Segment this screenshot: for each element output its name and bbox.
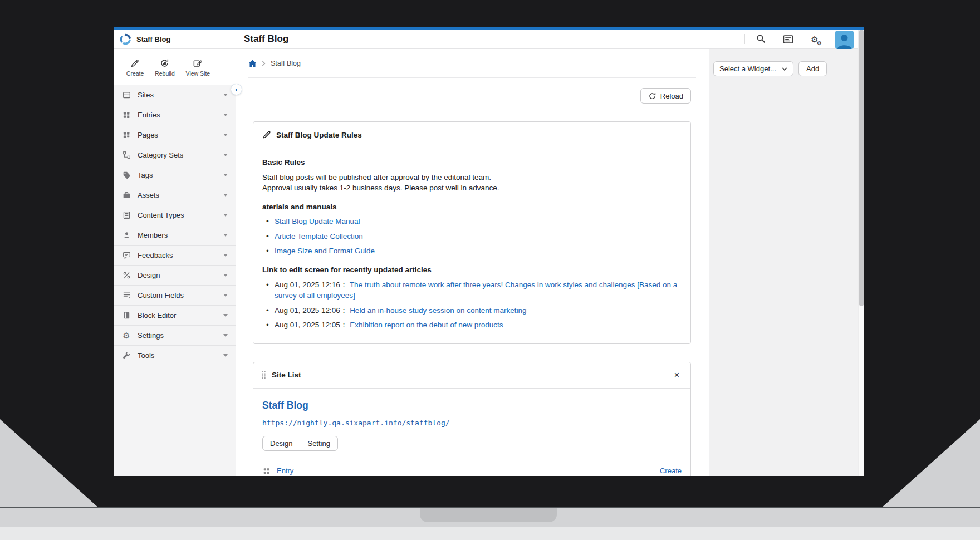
view-site-label: View Site xyxy=(186,70,210,77)
close-widget-button[interactable]: × xyxy=(671,370,683,381)
sidebar-item-block-editor[interactable]: Block Editor xyxy=(114,305,236,325)
sidebar-item-settings[interactable]: ⚙ Settings xyxy=(114,325,236,345)
system-settings-button[interactable]: ⚙ ⚙ xyxy=(808,33,821,45)
sidebar-item-label: Content Types xyxy=(138,211,217,219)
tag-icon xyxy=(122,171,131,180)
briefcase-icon xyxy=(122,191,131,200)
create-entry-link[interactable]: Create xyxy=(660,467,682,475)
breadcrumb: Staff Blog xyxy=(248,49,696,78)
person-icon xyxy=(122,231,131,240)
basic-rules-line: Approval usually takes 1-2 business days… xyxy=(262,183,682,194)
create-button[interactable]: Create xyxy=(126,58,144,77)
article-link[interactable]: Held an in-house study session on conten… xyxy=(350,306,526,315)
manual-link[interactable]: Article Template Collection xyxy=(275,232,363,240)
site-action-group: Design Setting xyxy=(262,436,338,451)
sidebar-item-design[interactable]: Design xyxy=(114,265,236,285)
sidebar-item-category-sets[interactable]: Category Sets xyxy=(114,145,236,165)
entry-link[interactable]: Entry xyxy=(277,467,293,475)
rules-widget-title: Staff Blog Update Rules xyxy=(276,131,362,139)
refresh-icon xyxy=(648,92,656,100)
header-divider xyxy=(744,34,745,44)
sidebar-nav: Sites Entries xyxy=(114,85,236,476)
site-list-title: Site List xyxy=(272,371,301,379)
sidebar-item-label: Pages xyxy=(138,131,217,139)
chevron-down-icon xyxy=(223,234,228,237)
brand-name: Staff Blog xyxy=(136,35,170,43)
article-link[interactable]: Exhibition report on the debut of new pr… xyxy=(350,321,503,329)
sidebar-item-entries[interactable]: Entries xyxy=(114,105,236,125)
page-title: Staff Blog xyxy=(236,30,744,48)
sidebar-item-content-types[interactable]: Content Types xyxy=(114,205,236,225)
rules-widget-header: Staff Blog Update Rules xyxy=(253,122,690,148)
article-timestamp: Aug 01, 2025 12:05： xyxy=(275,321,347,329)
sidebar-item-label: Tags xyxy=(138,171,217,179)
sidebar-item-tools[interactable]: Tools xyxy=(114,345,236,365)
list-item: Staff Blog Update Manual xyxy=(262,216,682,227)
chevron-down-icon xyxy=(223,294,228,297)
sidebar-item-sites[interactable]: Sites xyxy=(114,85,236,105)
document-icon xyxy=(122,211,131,220)
select-widget-dropdown[interactable]: Select a Widget... xyxy=(713,61,793,76)
search-button[interactable] xyxy=(755,33,767,45)
site-name-link[interactable]: Staff Blog xyxy=(262,400,308,411)
laptop-bezel-left-diagonal xyxy=(0,419,99,508)
user-avatar[interactable] xyxy=(835,31,854,49)
block-icon xyxy=(122,311,131,320)
view-site-button[interactable]: View Site xyxy=(186,58,210,77)
sidebar-collapse-button[interactable]: ‹ xyxy=(231,84,242,95)
manuals-list: Staff Blog Update Manual Article Templat… xyxy=(262,216,682,257)
reload-row: Reload xyxy=(253,88,691,104)
pencil-icon xyxy=(130,58,140,68)
add-widget-button[interactable]: Add xyxy=(798,61,827,76)
sidebar-item-assets[interactable]: Assets xyxy=(114,185,236,205)
chevron-down-icon xyxy=(223,314,228,317)
design-button[interactable]: Design xyxy=(262,436,300,451)
sidebar-item-label: Members xyxy=(138,231,217,239)
site-list-widget: Site List × Staff Blog https://nightly.q… xyxy=(253,362,691,476)
vertical-scrollbar[interactable] xyxy=(858,30,864,476)
chevron-down-icon xyxy=(223,94,228,96)
sidebar-item-label: Custom Fields xyxy=(138,291,217,300)
rebuild-label: Rebuild xyxy=(155,70,175,77)
list-menu-button[interactable] xyxy=(782,33,794,45)
table-row: Entry Create xyxy=(262,461,682,476)
recent-articles-heading: Link to edit screen for recently updated… xyxy=(262,264,682,276)
select-widget-label: Select a Widget... xyxy=(719,65,776,73)
sidebar-item-feedbacks[interactable]: Feedbacks xyxy=(114,245,236,265)
sidebar-item-pages[interactable]: Pages xyxy=(114,125,236,145)
desktop: { "topbar": { "brand": "Staff Blog", "pa… xyxy=(0,0,980,540)
chevron-down-icon xyxy=(223,194,228,197)
brand-area[interactable]: Staff Blog xyxy=(114,30,236,48)
setting-button[interactable]: Setting xyxy=(300,436,337,451)
site-url-link[interactable]: https://nightly.qa.sixapart.info/staffbl… xyxy=(262,419,682,427)
entries-icon xyxy=(262,467,271,475)
sidebar-item-members[interactable]: Members xyxy=(114,225,236,245)
drag-handle-icon[interactable] xyxy=(261,371,266,379)
chevron-down-icon xyxy=(782,67,787,71)
app-body: Create Rebuild xyxy=(114,49,864,476)
chevron-down-icon xyxy=(223,154,228,156)
wrench-icon xyxy=(122,351,131,360)
breadcrumb-separator-icon xyxy=(262,61,266,66)
manual-link[interactable]: Staff Blog Update Manual xyxy=(275,217,360,225)
scrollbar-thumb[interactable] xyxy=(859,30,864,306)
sidebar-item-label: Category Sets xyxy=(138,151,217,159)
manual-link[interactable]: Image Size and Format Guide xyxy=(275,247,375,255)
gear-icon: ⚙ xyxy=(122,331,131,340)
sidebar-item-custom-fields[interactable]: Custom Fields xyxy=(114,285,236,305)
basic-rules-line: Staff blog posts will be published after… xyxy=(262,172,682,183)
chevron-down-icon xyxy=(223,174,228,176)
header-icons: ⚙ ⚙ xyxy=(744,30,864,48)
rebuild-icon xyxy=(159,58,170,68)
home-icon[interactable] xyxy=(248,60,257,67)
rules-widget-body: Basic Rules Staff blog posts will be pub… xyxy=(253,148,690,343)
sidebar-item-label: Assets xyxy=(138,191,217,199)
laptop-bezel-right-diagonal xyxy=(881,419,980,508)
reload-button[interactable]: Reload xyxy=(640,88,691,104)
sidebar-item-tags[interactable]: Tags xyxy=(114,165,236,185)
rebuild-button[interactable]: Rebuild xyxy=(155,58,175,77)
search-icon xyxy=(756,33,767,45)
reload-label: Reload xyxy=(660,92,683,100)
movable-type-logo-icon xyxy=(120,33,131,45)
design-icon xyxy=(122,271,131,280)
